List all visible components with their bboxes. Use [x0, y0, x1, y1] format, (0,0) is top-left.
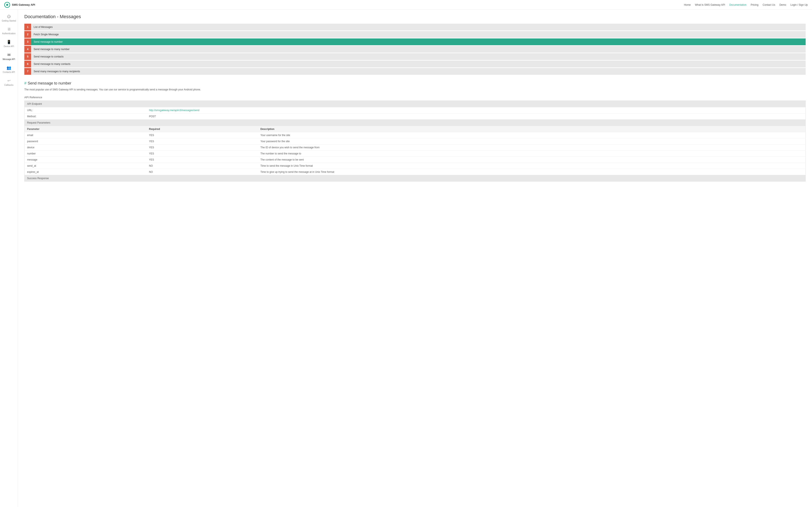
params-col-header: Parameter Required Description: [24, 126, 806, 132]
desc-email: Your username for the site: [258, 132, 806, 138]
desc-expires-at: Time to give up trying to send the messa…: [258, 169, 806, 175]
param-device: device: [24, 145, 147, 151]
mobile-icon: 📱: [7, 40, 11, 44]
menu-text-2: Fetch Single Message: [31, 31, 61, 38]
brand: SMS Gateway API: [4, 2, 35, 8]
api-endpoint-header: API Endpoint: [24, 101, 806, 107]
param-row-expires-at: expires_at NO Time to give up trying to …: [24, 169, 806, 175]
required-number: YES: [146, 151, 258, 157]
menu-num-4: 4: [24, 46, 31, 53]
callback-icon: ↩: [7, 78, 11, 83]
sidebar: ⏻ Getting Started 🖥 Authentication 📱 Dev…: [0, 10, 18, 507]
menu-text-1: List of Messages: [31, 24, 55, 30]
method-value: POST: [146, 113, 805, 120]
monitor-icon: 🖥: [7, 27, 11, 32]
param-row-send-at: send_at NO Time to send the message in U…: [24, 163, 806, 169]
section-description: The most popular use of SMS Gateway API …: [24, 88, 806, 92]
nav-login[interactable]: Login / Sign Up: [791, 3, 808, 6]
menu-text-3: Send message to number: [31, 39, 65, 45]
api-endpoint-label: API Endpoint: [24, 101, 806, 107]
brand-name: SMS Gateway API: [12, 3, 35, 6]
brand-logo-inner: [6, 4, 8, 6]
top-nav: SMS Gateway API Home What Is SMS Gateway…: [0, 0, 812, 10]
sidebar-item-callbacks[interactable]: ↩ Callbacks: [0, 76, 18, 89]
sidebar-item-contacts-api[interactable]: 👥 Contacts API: [0, 63, 18, 76]
desc-message: The content of the message to be sent: [258, 157, 806, 163]
sidebar-item-device-api[interactable]: 📱 Device API: [0, 37, 18, 50]
url-link[interactable]: http://smsgateway.me/api/v3/messages/sen…: [149, 109, 199, 112]
nav-what-is[interactable]: What Is SMS Gateway API: [695, 3, 725, 6]
required-email: YES: [146, 132, 258, 138]
menu-item-5[interactable]: 5 Send message to contacts: [24, 53, 806, 60]
menu-item-4[interactable]: 4 Send message to many number: [24, 46, 806, 53]
nav-links: Home What Is SMS Gateway API Documentati…: [684, 3, 808, 6]
param-row-email: email YES Your username for the site: [24, 132, 806, 138]
nav-pricing[interactable]: Pricing: [751, 3, 759, 6]
nav-documentation[interactable]: Documentation: [729, 3, 747, 6]
sidebar-label-device-api: Device API: [4, 45, 14, 48]
sidebar-label-message-api: Message API: [3, 58, 15, 60]
menu-num-1: 1: [24, 24, 31, 31]
menu-item-7[interactable]: 7 Send many messages to many recipients: [24, 68, 806, 75]
sidebar-label-authentication: Authentication: [2, 32, 15, 35]
section-title: Send message to number: [28, 81, 71, 86]
col-required: Required: [146, 126, 258, 132]
required-password: YES: [146, 138, 258, 145]
section-heading: #Send message to number: [24, 81, 806, 86]
menu-item-6[interactable]: 6 Send message to many contacts: [24, 61, 806, 67]
api-url-row: URL: http://smsgateway.me/api/v3/message…: [24, 107, 806, 113]
api-table: API Endpoint URL: http://smsgateway.me/a…: [24, 101, 806, 182]
hash-symbol: #: [24, 81, 27, 86]
page-title: Documentation - Messages: [24, 14, 806, 19]
sidebar-label-getting-started: Getting Started: [2, 20, 16, 22]
param-send-at: send_at: [24, 163, 147, 169]
envelope-icon: ✉: [7, 53, 11, 57]
api-ref-title: API Reference: [24, 96, 806, 99]
main-content: Documentation - Messages 1 List of Messa…: [18, 10, 812, 507]
sidebar-item-getting-started[interactable]: ⏻ Getting Started: [0, 12, 18, 24]
desc-number: The number to send the message to: [258, 151, 806, 157]
menu-text-6: Send message to many contacts: [31, 61, 73, 67]
url-value: http://smsgateway.me/api/v3/messages/sen…: [146, 107, 805, 113]
desc-device: The ID of device you wish to send the me…: [258, 145, 806, 151]
api-method-row: Method: POST: [24, 113, 806, 120]
param-row-number: number YES The number to send the messag…: [24, 151, 806, 157]
nav-home[interactable]: Home: [684, 3, 691, 6]
col-parameter: Parameter: [24, 126, 147, 132]
app-body: ⏻ Getting Started 🖥 Authentication 📱 Dev…: [0, 10, 812, 507]
success-response-header: Success Response: [24, 175, 806, 182]
desc-password: Your password for the site: [258, 138, 806, 145]
sidebar-item-message-api[interactable]: ✉ Message API: [0, 50, 18, 63]
param-password: password: [24, 138, 147, 145]
param-email: email: [24, 132, 147, 138]
required-expires-at: NO: [146, 169, 258, 175]
menu-text-5: Send message to contacts: [31, 53, 66, 60]
param-row-password: password YES Your password for the site: [24, 138, 806, 145]
power-icon: ⏻: [7, 14, 11, 19]
required-message: YES: [146, 157, 258, 163]
param-row-message: message YES The content of the message t…: [24, 157, 806, 163]
url-label: URL:: [24, 107, 147, 113]
menu-item-2[interactable]: 2 Fetch Single Message: [24, 31, 806, 38]
desc-send-at: Time to send the message in Unix Time fo…: [258, 163, 806, 169]
menu-num-5: 5: [24, 53, 31, 60]
sidebar-item-authentication[interactable]: 🖥 Authentication: [0, 24, 18, 37]
sidebar-label-callbacks: Callbacks: [4, 84, 13, 86]
col-description: Description: [258, 126, 806, 132]
menu-num-3: 3: [24, 39, 31, 45]
contacts-icon: 👥: [7, 65, 11, 70]
method-label: Method:: [24, 113, 147, 120]
brand-logo: [4, 2, 10, 8]
menu-num-7: 7: [24, 68, 31, 75]
menu-text-7: Send many messages to many recipients: [31, 68, 83, 74]
nav-contact[interactable]: Contact Us: [763, 3, 775, 6]
success-response-label: Success Response: [24, 175, 806, 182]
nav-demo[interactable]: Demo: [779, 3, 786, 6]
menu-item-3[interactable]: 3 Send message to number: [24, 39, 806, 45]
param-number: number: [24, 151, 147, 157]
sidebar-label-contacts-api: Contacts API: [3, 71, 15, 73]
request-params-label: Request Parameters: [24, 120, 806, 126]
menu-item-1[interactable]: 1 List of Messages: [24, 24, 806, 31]
param-row-device: device YES The ID of device you wish to …: [24, 145, 806, 151]
param-expires-at: expires_at: [24, 169, 147, 175]
